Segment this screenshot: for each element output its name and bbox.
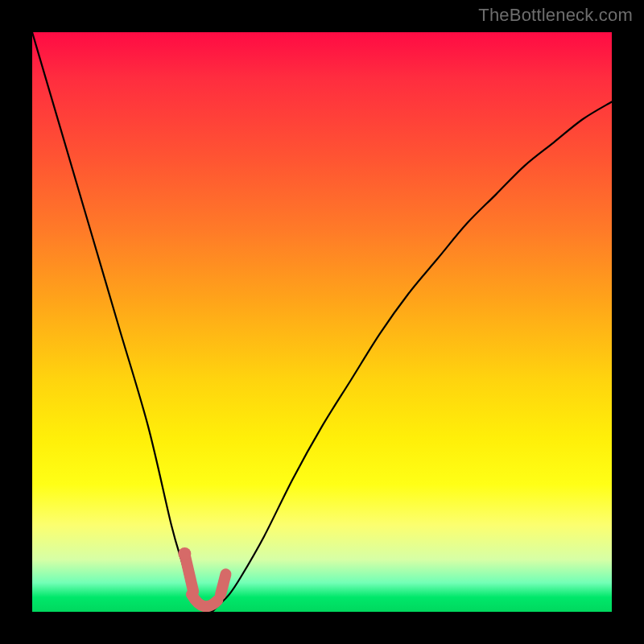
bottleneck-curve [32,32,612,612]
chart-svg [32,32,612,612]
left-marker-dot [178,547,191,560]
chart-frame: TheBottleneck.com [0,0,644,644]
curve-markers [178,547,225,606]
bottom-marker [192,594,217,606]
right-marker [221,574,226,594]
watermark-label: TheBottleneck.com [478,5,633,26]
plot-area [32,32,612,612]
